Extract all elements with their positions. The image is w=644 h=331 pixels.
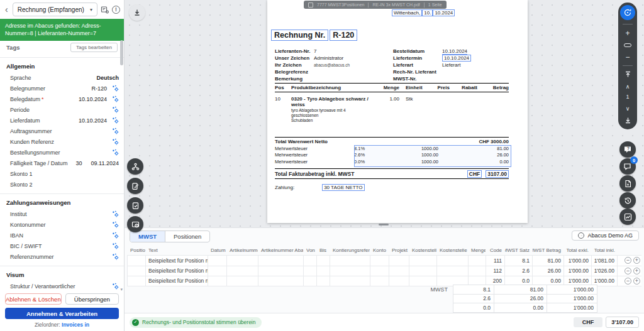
mapping-icon[interactable]	[109, 242, 119, 249]
company-selector-button[interactable]: ◦ Abacus Demo AG	[572, 231, 639, 241]
accept-process-button[interactable]: Annehmen & Verarbeiten	[5, 308, 119, 319]
jump-to-bottom-icon	[625, 117, 631, 124]
field-iban[interactable]: IBAN	[0, 230, 124, 241]
zoom-out-button[interactable]: −	[625, 52, 630, 62]
positions-panel: MWST Positionen ◦ Abacus Demo AG Positio…	[125, 227, 644, 331]
doc-type-select[interactable]: Rechnung (Empfangen) ▾	[13, 3, 97, 16]
mapping-icon[interactable]	[109, 210, 119, 217]
edit-document-button[interactable]	[127, 178, 143, 194]
target-folder-link[interactable]: Invoices in	[62, 322, 89, 328]
scrollbar-down-arrow[interactable]: ▾	[120, 287, 123, 292]
next-page-button[interactable]: ∨	[626, 104, 630, 113]
comments-button[interactable]: 0	[619, 158, 636, 175]
download-button[interactable]	[129, 4, 145, 21]
field-value-days: 30	[76, 160, 82, 166]
zoom-in-button[interactable]: +	[625, 28, 630, 38]
approve-document-icon	[131, 202, 140, 210]
field-kunden-referenz[interactable]: Kunden Referenz	[0, 136, 124, 147]
footer-currency: CHF	[574, 317, 603, 327]
skip-button[interactable]: Überspringen	[65, 293, 119, 305]
mapping-icon[interactable]	[109, 149, 119, 156]
field-label: Belegdatum*	[10, 96, 79, 102]
field-institut[interactable]: Institut	[0, 209, 124, 219]
field-lieferdatum[interactable]: Lieferdatum 10.10.2024	[0, 115, 124, 126]
info-icon[interactable]: !	[112, 6, 120, 14]
tab-positionen[interactable]: Positionen	[165, 231, 209, 242]
position-row[interactable]: Beispieltext für Position mit 8.1% 111 8…	[127, 255, 641, 266]
field-referenznummer[interactable]: Referenznummer	[0, 251, 124, 262]
field-skonto2[interactable]: Skonto 2	[0, 179, 124, 190]
add-row-button[interactable]: +	[633, 278, 640, 285]
form-switch-icon[interactable]	[101, 6, 109, 14]
first-page-button[interactable]	[625, 70, 631, 79]
remove-document-button[interactable]	[619, 175, 636, 192]
address-found-banner: Adresse im Abacus gefunden: Adress-Numme…	[0, 19, 124, 41]
field-bic-swift[interactable]: BIC / SWIFT	[0, 241, 124, 251]
reject-delete-button[interactable]: Ablehnen & Löschen	[5, 293, 62, 305]
approve-document-button[interactable]	[127, 197, 143, 214]
field-value: Deutsch	[96, 75, 119, 81]
field-label: IBAN	[10, 232, 107, 239]
section-visum: Visum	[0, 266, 124, 281]
position-row[interactable]: Beispieltext für Position mit 2.6% 112 2…	[127, 266, 641, 276]
field-skonto1[interactable]: Skonto 1	[0, 168, 124, 179]
field-faelligkeit[interactable]: Fälligkeit Tage / Datum 30 09.11.2024	[0, 158, 124, 168]
analytics-button[interactable]	[619, 209, 636, 225]
field-auftragsnummer[interactable]: Auftragsnummer	[0, 126, 124, 136]
extracted-invoice-number: R-120	[330, 30, 357, 41]
document-viewer[interactable]: 7777 MWST3Positionen RE-IN 3x MWST CH.pd…	[125, 0, 644, 227]
document-schedule-button[interactable]	[127, 216, 143, 232]
fit-width-button[interactable]	[624, 40, 631, 50]
add-row-button[interactable]: +	[633, 268, 640, 274]
last-page-button[interactable]	[625, 116, 631, 125]
workflow-icon	[131, 163, 140, 171]
field-belegnummer[interactable]: Belegnummer R-120	[0, 83, 124, 94]
mapping-icon[interactable]	[109, 221, 119, 228]
scan-tool-button[interactable]	[620, 5, 635, 20]
remove-row-button[interactable]: −	[625, 257, 631, 264]
mapping-icon[interactable]	[109, 128, 119, 134]
workflow-button[interactable]	[127, 158, 143, 175]
mapping-icon[interactable]	[109, 138, 119, 145]
field-belegdatum[interactable]: Belegdatum* 10.10.2024	[0, 94, 124, 104]
tab-mwst[interactable]: MWST	[130, 231, 165, 242]
sidebar-scroll-area[interactable]: Tags Tags bearbeiten Allgemein Sprache D…	[0, 39, 124, 295]
comments-badge: 0	[630, 156, 638, 164]
field-kontonummer[interactable]: Kontonummer	[0, 219, 124, 230]
fit-width-icon	[624, 43, 631, 47]
back-icon[interactable]: ‹	[4, 4, 9, 14]
tags-edit-button[interactable]: Tags bearbeiten	[70, 43, 118, 52]
chevron-down-icon: ▾	[90, 7, 92, 13]
mapping-icon[interactable]	[109, 106, 119, 113]
mapping-icon[interactable]	[109, 85, 119, 92]
field-label: Sprache	[10, 75, 96, 81]
mapping-icon[interactable]	[109, 117, 119, 124]
help-bubble-icon: ?	[623, 145, 632, 154]
add-row-button[interactable]: +	[633, 257, 640, 264]
history-button[interactable]	[619, 192, 636, 209]
mapping-icon[interactable]	[109, 283, 119, 290]
remove-row-button[interactable]: −	[625, 268, 631, 274]
sidebar-footer: Ablehnen & Löschen Überspringen Annehmen…	[0, 290, 124, 331]
previous-page-button[interactable]: ∧	[626, 82, 630, 91]
document-icon	[308, 3, 313, 8]
mapping-icon[interactable]	[109, 232, 119, 239]
extracted-date-day: 10.	[422, 9, 433, 16]
field-periode[interactable]: Periode	[0, 104, 124, 115]
required-mark: *	[42, 96, 44, 102]
extracted-delivery-date: 10.10.2024	[442, 55, 471, 62]
mapping-icon[interactable]	[109, 95, 119, 102]
field-value-date: 09.11.2024	[91, 160, 119, 166]
field-sprache[interactable]: Sprache Deutsch	[0, 72, 124, 83]
panel-drag-handle[interactable]	[379, 224, 389, 225]
field-bestellungsnummer[interactable]: Bestellungsnummer	[0, 147, 124, 158]
field-label: Bestellungsnummer	[10, 149, 107, 156]
sidebar-scrollbar[interactable]	[120, 40, 123, 65]
grid-header-row: Position Text Datum Artikelnummer Artike…	[127, 246, 641, 255]
invoice-grand-total: Total Fakturabetrag inkl. MWST CHF 3107.…	[275, 168, 509, 179]
help-button[interactable]: ?	[619, 141, 636, 158]
sidebar: ‹ Rechnung (Empfangen) ▾ ! Adresse im Ab…	[0, 0, 125, 331]
footer-total: 3'107.00	[606, 317, 639, 328]
remove-row-button[interactable]: −	[625, 278, 631, 285]
mapping-icon[interactable]	[109, 253, 119, 260]
